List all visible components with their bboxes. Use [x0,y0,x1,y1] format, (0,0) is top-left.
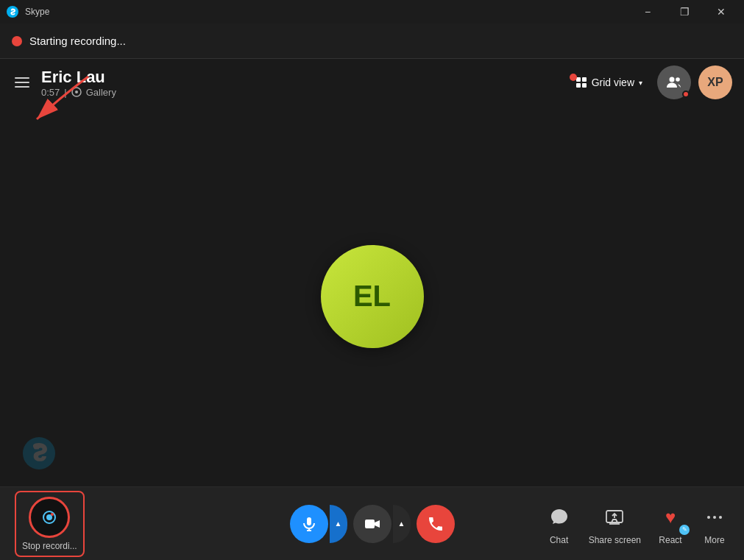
svg-point-13 [51,513,54,516]
svg-point-8 [676,77,680,82]
close-button[interactable]: ✕ [704,0,738,24]
video-button[interactable] [353,505,392,543]
share-screen-label: Share screen [589,535,641,545]
mute-button[interactable] [290,505,328,543]
svg-rect-6 [582,83,587,88]
record-icon [40,508,58,526]
participants-button[interactable] [657,65,691,99]
recording-dot-icon [12,36,22,46]
react-icon: ♥ ✎ [656,503,685,532]
svg-rect-4 [582,77,587,82]
heart-icon: ♥ [665,507,676,528]
window-controls: − ❐ ✕ [631,0,738,24]
call-header: Eric Lau 0:57 | Gallery Grid view ▾ [0,59,744,106]
mic-chevron-icon: ▲ [335,520,342,528]
end-call-button[interactable] [417,505,455,543]
stop-recording-area: Stop recordi... [15,491,85,557]
react-edit-badge: ✎ [679,525,690,535]
share-screen-button[interactable]: Share screen [589,503,641,545]
titlebar-left: Skype [6,5,49,18]
react-button[interactable]: ♥ ✎ React [656,503,685,545]
mic-options-button[interactable]: ▲ [330,505,347,543]
minimize-button[interactable]: − [631,0,665,24]
maximize-button[interactable]: ❐ [667,0,701,24]
svg-rect-14 [307,517,311,525]
svg-point-7 [670,77,675,82]
bottom-bar: Stop recordi... ▲ [0,486,744,560]
right-controls: Chat Share screen ♥ ✎ React [545,503,729,545]
svg-rect-5 [576,83,581,88]
svg-point-21 [713,516,716,519]
skype-logo-icon [6,5,19,18]
svg-rect-17 [365,520,375,528]
video-chevron-icon: ▲ [398,520,405,528]
end-call-icon [427,515,444,533]
participants-icon [666,74,682,91]
recording-status-text: Starting recording... [29,35,126,47]
arrow-annotation [15,69,103,128]
svg-point-22 [719,516,722,519]
react-label: React [659,535,681,545]
microphone-icon [301,516,317,532]
grid-view-button[interactable]: Grid view ▾ [568,72,650,93]
stop-recording-label: Stop recordi... [22,541,77,551]
participants-badge [682,91,690,98]
grid-view-chevron: ▾ [639,79,642,87]
more-icon [700,503,729,532]
video-control-group: ▲ [353,505,411,543]
call-area: EL [0,106,744,486]
recording-notification-bar: Starting recording... [0,24,744,59]
grid-icon [575,77,587,88]
call-header-right: Grid view ▾ XP [568,65,732,99]
mic-control-group: ▲ [290,505,347,543]
app-title: Skype [25,7,49,17]
video-options-button[interactable]: ▲ [393,505,411,543]
chat-button[interactable]: Chat [545,503,574,545]
svg-point-20 [707,516,710,519]
share-screen-icon [600,503,629,532]
participant-avatar: EL [321,245,424,348]
more-label: More [704,535,724,545]
chat-label: Chat [550,535,568,545]
center-controls: ▲ ▲ [290,505,455,543]
chat-icon [545,503,574,532]
video-icon [364,516,380,532]
titlebar: Skype − ❐ ✕ [0,0,744,24]
grid-view-label: Grid view [592,77,634,88]
recording-active-dot [570,74,577,81]
user-avatar[interactable]: XP [698,65,732,99]
more-button[interactable]: More [700,503,729,545]
stop-recording-button[interactable] [29,497,70,538]
skype-watermark-icon [21,435,57,472]
